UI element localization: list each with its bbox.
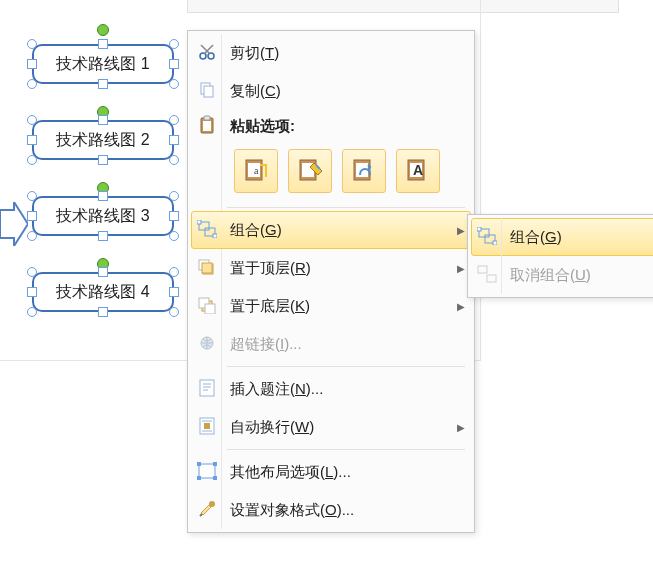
resize-handle[interactable]: [27, 59, 37, 69]
svg-rect-38: [213, 462, 217, 466]
svg-rect-44: [477, 227, 481, 231]
resize-handle[interactable]: [27, 115, 37, 125]
resize-handle[interactable]: [27, 287, 37, 297]
resize-handle[interactable]: [98, 307, 108, 317]
resize-handle[interactable]: [27, 135, 37, 145]
menu-send-to-back[interactable]: 置于底层(K) ▶: [191, 287, 471, 325]
menu-cut[interactable]: 剪切(T): [191, 34, 471, 72]
resize-handle[interactable]: [169, 287, 179, 297]
resize-handle[interactable]: [98, 155, 108, 165]
shape-3[interactable]: 技术路线图 3: [32, 196, 174, 236]
hyperlink-icon: [197, 334, 217, 355]
menu-bring-to-front[interactable]: 置于顶层(R) ▶: [191, 249, 471, 287]
svg-rect-33: [204, 423, 210, 429]
submenu-ungroup-label: 取消组合(U): [502, 266, 653, 285]
menu-group-label: 组合(G): [222, 221, 452, 240]
resize-handle[interactable]: [169, 59, 179, 69]
svg-rect-26: [205, 304, 215, 314]
format-icon: [197, 499, 217, 522]
shape-label: 技术路线图 4: [56, 282, 149, 303]
caption-icon: [198, 378, 216, 401]
menu-hyperlink-label: 超链接(I)...: [222, 335, 470, 354]
ribbon-fragment: [187, 0, 619, 13]
resize-handle[interactable]: [27, 211, 37, 221]
menu-layout-label: 其他布局选项(L)...: [222, 463, 470, 482]
shape-label: 技术路线图 1: [56, 54, 149, 75]
resize-handle[interactable]: [27, 231, 37, 241]
connector-arrow[interactable]: [0, 202, 28, 246]
rotate-handle[interactable]: [97, 24, 109, 36]
resize-handle[interactable]: [27, 79, 37, 89]
menu-separator: [227, 449, 465, 450]
submenu-group[interactable]: 组合(G): [471, 218, 653, 256]
menu-copy-label: 复制(C): [222, 82, 470, 101]
resize-handle[interactable]: [169, 115, 179, 125]
resize-handle[interactable]: [169, 155, 179, 165]
svg-rect-39: [197, 476, 201, 480]
group-icon: [197, 220, 217, 241]
clipboard-icon: [198, 115, 216, 138]
shape-4[interactable]: 技术路线图 4: [32, 272, 174, 312]
menu-caption-label: 插入题注(N)...: [222, 380, 470, 399]
scissors-icon: [198, 43, 216, 64]
resize-handle[interactable]: [27, 307, 37, 317]
svg-rect-28: [200, 380, 214, 396]
menu-send-back-label: 置于底层(K): [222, 297, 452, 316]
svg-rect-23: [202, 263, 212, 273]
paste-keep-text-only[interactable]: A: [396, 149, 440, 193]
resize-handle[interactable]: [169, 231, 179, 241]
resize-handle[interactable]: [98, 267, 108, 277]
paste-picture[interactable]: [342, 149, 386, 193]
paste-use-destination-theme[interactable]: [288, 149, 332, 193]
menu-separator: [227, 366, 465, 367]
resize-handle[interactable]: [98, 115, 108, 125]
menu-insert-caption[interactable]: 插入题注(N)...: [191, 370, 471, 408]
menu-separator: [227, 207, 465, 208]
menu-more-layout[interactable]: 其他布局选项(L)...: [191, 453, 471, 491]
menu-copy[interactable]: 复制(C): [191, 72, 471, 110]
submenu-group-label: 组合(G): [502, 228, 653, 247]
shape-2[interactable]: 技术路线图 2: [32, 120, 174, 160]
menu-bring-front-label: 置于顶层(R): [222, 259, 452, 278]
ungroup-icon: [477, 265, 497, 286]
svg-rect-19: [197, 220, 201, 224]
shape-1[interactable]: 技术路线图 1: [32, 44, 174, 84]
menu-hyperlink: 超链接(I)...: [191, 325, 471, 363]
resize-handle[interactable]: [169, 135, 179, 145]
layout-icon: [197, 462, 217, 483]
svg-rect-20: [213, 234, 217, 238]
resize-handle[interactable]: [27, 155, 37, 165]
wrap-icon: [198, 416, 216, 439]
menu-format-label: 设置对象格式(O)...: [222, 501, 470, 520]
resize-handle[interactable]: [169, 211, 179, 221]
resize-handle[interactable]: [169, 39, 179, 49]
submenu-arrow-icon: ▶: [452, 422, 470, 433]
menu-format-object[interactable]: 设置对象格式(O)...: [191, 491, 471, 529]
svg-rect-36: [199, 464, 215, 478]
resize-handle[interactable]: [98, 39, 108, 49]
resize-handle[interactable]: [98, 231, 108, 241]
resize-handle[interactable]: [169, 191, 179, 201]
svg-rect-37: [197, 462, 201, 466]
menu-gutter: [501, 218, 502, 294]
resize-handle[interactable]: [27, 267, 37, 277]
paste-keep-source-formatting[interactable]: a: [234, 149, 278, 193]
menu-group[interactable]: 组合(G) ▶: [191, 211, 471, 249]
resize-handle[interactable]: [98, 191, 108, 201]
resize-handle[interactable]: [27, 39, 37, 49]
resize-handle[interactable]: [98, 79, 108, 89]
svg-text:A: A: [413, 162, 423, 178]
menu-cut-label: 剪切(T): [222, 44, 470, 63]
resize-handle[interactable]: [169, 267, 179, 277]
svg-rect-40: [213, 476, 217, 480]
resize-handle[interactable]: [169, 307, 179, 317]
resize-handle[interactable]: [169, 79, 179, 89]
resize-handle[interactable]: [27, 191, 37, 201]
shape-label: 技术路线图 2: [56, 130, 149, 151]
menu-paste-header-label: 粘贴选项:: [222, 117, 470, 136]
submenu-ungroup: 取消组合(U): [471, 256, 653, 294]
svg-rect-47: [487, 275, 496, 282]
menu-text-wrap[interactable]: 自动换行(W) ▶: [191, 408, 471, 446]
svg-rect-3: [204, 86, 213, 97]
menu-paste-header: 粘贴选项:: [191, 110, 471, 142]
